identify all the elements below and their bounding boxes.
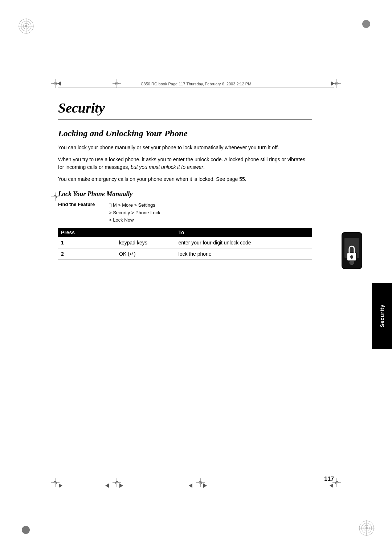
side-tab: Security <box>372 283 392 349</box>
svg-marker-43 <box>189 483 192 488</box>
side-tab-text: Security <box>379 304 385 327</box>
svg-point-11 <box>366 527 368 529</box>
arrow-bottom-c2 <box>202 483 207 490</box>
table-cell-press2: OK (↵) <box>116 248 176 260</box>
table-header-row: Press To <box>58 228 312 237</box>
table-cell-step1: 1 <box>58 237 116 248</box>
svg-marker-40 <box>59 483 62 488</box>
table-cell-to1: enter your four-digit unlock code <box>176 237 312 248</box>
crosshair-header-mid-left <box>113 79 121 89</box>
find-feature-menu3: > Lock Now <box>109 216 160 224</box>
intro-para3: You can make emergency calls on your pho… <box>58 175 312 183</box>
svg-point-5 <box>25 25 27 27</box>
find-feature-value: ⎕ M > More > Settings > Security > Phone… <box>109 202 160 224</box>
table-row: 1 keypad keys enter your four-digit unlo… <box>58 237 312 248</box>
arrow-bottom-right <box>330 483 335 490</box>
chapter-title: Security <box>58 100 312 119</box>
arrow-bottom-mid2 <box>118 483 123 490</box>
phone-lock-illustration <box>336 231 371 281</box>
reg-wheel-tl <box>18 18 34 36</box>
press-table: Press To 1 keypad keys enter your four-d… <box>58 228 312 260</box>
reg-dot-bl <box>22 526 30 534</box>
table-row: 2 OK (↵) lock the phone <box>58 248 312 260</box>
find-feature-menu1: ⎕ M > More > Settings <box>109 202 160 209</box>
arrow-bottom-mid1 <box>105 483 110 490</box>
svg-marker-44 <box>203 483 207 488</box>
reg-dot-tr <box>362 20 370 28</box>
section-heading: Locking and Unlocking Your Phone <box>58 128 312 139</box>
table-cell-to2: lock the phone <box>176 248 312 260</box>
main-content: Security Locking and Unlocking Your Phon… <box>58 93 312 461</box>
find-feature-block: Find the Feature ⎕ M > More > Settings >… <box>58 202 312 224</box>
table-th-to: To <box>176 228 312 237</box>
svg-marker-41 <box>105 483 109 488</box>
page: C350.RG.book Page 117 Thursday, February… <box>0 0 392 555</box>
arrow-header-right <box>329 81 335 88</box>
intro-para2: When you try to use a locked phone, it a… <box>58 156 312 171</box>
intro-para1: You can lock your phone manually or set … <box>58 144 312 151</box>
header-bar: C350.RG.book Page 117 Thursday, February… <box>58 80 334 88</box>
svg-marker-42 <box>119 483 123 488</box>
sub-heading: Lock Your Phone Manually <box>58 190 312 198</box>
header-bar-text: C350.RG.book Page 117 Thursday, February… <box>141 82 252 86</box>
table-th-press: Press <box>58 228 176 237</box>
arrow-bottom-c1 <box>189 483 194 490</box>
find-feature-menu2: > Security > Phone Lock <box>109 209 160 217</box>
svg-marker-45 <box>330 483 333 488</box>
intro-para2-italic: but you must unlock it to answer <box>131 164 203 170</box>
svg-marker-49 <box>331 81 335 86</box>
table-cell-press1: keypad keys <box>116 237 176 248</box>
table-cell-step2: 2 <box>58 248 116 260</box>
svg-point-24 <box>350 260 354 265</box>
intro-para2-part2: . <box>203 164 205 170</box>
find-feature-label: Find the Feature <box>58 202 109 207</box>
svg-rect-27 <box>351 257 352 259</box>
arrow-bottom-left <box>57 483 62 490</box>
reg-wheel-br <box>359 520 375 538</box>
